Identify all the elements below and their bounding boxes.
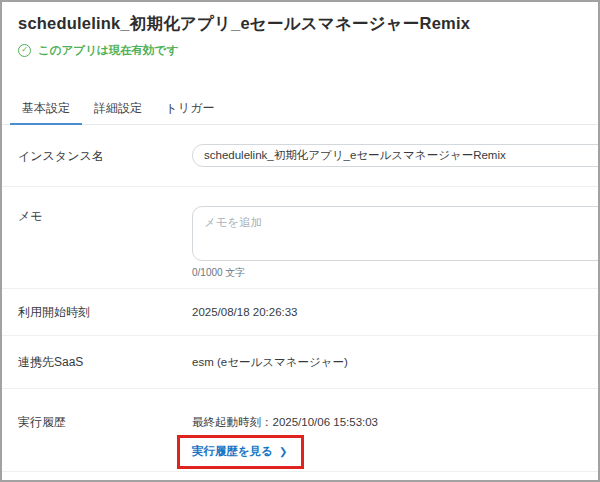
start-time-label: 利用開始時刻 <box>18 305 192 319</box>
last-run-time: 最終起動時刻：2025/10/06 15:53:03 <box>192 415 598 429</box>
memo-value-cell: 0/1000 文字 <box>192 206 600 280</box>
app-window: schedulelink_初期化アプリ_eセールスマネージャーRemix このア… <box>0 0 600 482</box>
chevron-right-icon <box>279 446 287 457</box>
instance-name-label: インスタンス名 <box>18 149 192 163</box>
page-header: schedulelink_初期化アプリ_eセールスマネージャーRemix このア… <box>2 2 598 57</box>
start-time-value: 2025/08/18 20:26:33 <box>192 306 598 318</box>
memo-textarea[interactable] <box>192 206 600 261</box>
memo-label: メモ <box>18 206 192 223</box>
annotation-highlight-box: 実行履歴を見る <box>177 435 304 469</box>
memo-char-counter: 0/1000 文字 <box>192 266 600 280</box>
saas-row: 連携先SaaS esm (eセールスマネージャー) <box>2 336 598 389</box>
tab-bar: 基本設定 詳細設定 トリガー <box>2 95 598 125</box>
memo-row: メモ 0/1000 文字 <box>2 187 598 289</box>
status-badge: このアプリは現在有効です <box>18 43 582 57</box>
tab-basic-settings[interactable]: 基本設定 <box>10 95 82 125</box>
start-time-row: 利用開始時刻 2025/08/18 20:26:33 <box>2 289 598 336</box>
page-title: schedulelink_初期化アプリ_eセールスマネージャーRemix <box>18 12 582 34</box>
view-history-link[interactable]: 実行履歴を見る <box>192 444 287 459</box>
saas-value: esm (eセールスマネージャー) <box>192 355 598 370</box>
instance-name-input[interactable] <box>192 144 600 167</box>
history-value-cell: 最終起動時刻：2025/10/06 15:53:03 実行履歴を見る <box>192 415 598 469</box>
history-row: 実行履歴 最終起動時刻：2025/10/06 15:53:03 実行履歴を見る <box>2 389 598 472</box>
tab-trigger[interactable]: トリガー <box>154 95 226 125</box>
saas-label: 連携先SaaS <box>18 355 192 369</box>
history-label: 実行履歴 <box>18 415 192 429</box>
tab-advanced-settings[interactable]: 詳細設定 <box>82 95 154 125</box>
instance-name-value-cell <box>192 144 600 167</box>
status-text: このアプリは現在有効です <box>38 43 178 58</box>
view-history-link-label: 実行履歴を見る <box>192 444 273 459</box>
instance-name-row: インスタンス名 <box>2 125 598 187</box>
check-circle-icon <box>18 44 31 57</box>
